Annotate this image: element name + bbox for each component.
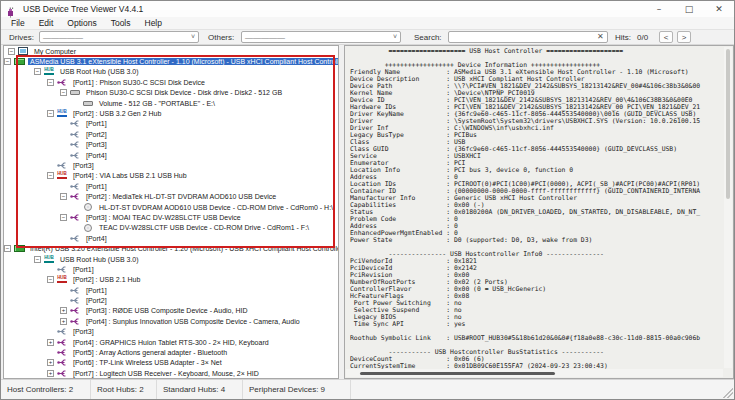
collapse-icon[interactable]: −	[47, 110, 54, 117]
tree-row[interactable]: +[Port3] : RØDE USB Composite Device - A…	[4, 306, 338, 316]
menu-file[interactable]: File	[4, 18, 32, 28]
tree-row[interactable]: [Port5] : Array Actions general adapter …	[4, 347, 338, 357]
expand-icon[interactable]: +	[60, 318, 67, 325]
hits-label: Hits:	[615, 33, 631, 42]
collapse-icon[interactable]: −	[47, 276, 54, 283]
tree-node-label: HL-DT-ST DVDRAM AOD610 USB Device - CD-R…	[97, 204, 335, 211]
tree-row[interactable]: −Intel(R) USB 3.20 eXtensible Host Contr…	[4, 243, 338, 253]
vertical-scrollbar[interactable]	[724, 47, 732, 368]
vertical-scrollbar-thumb[interactable]	[726, 49, 730, 199]
resize-grip[interactable]	[723, 388, 733, 398]
menu-edit[interactable]: Edit	[32, 18, 61, 28]
tree-row[interactable]: −[Port3] : MOAI TEAC DV-W28SLCTF USB Dev…	[4, 212, 338, 222]
tree-row[interactable]: [Port3]	[4, 140, 338, 150]
tree-row[interactable]: −[Port1] : Phison SU30-C SCSI Disk Devic…	[4, 77, 338, 87]
tree-row[interactable]: −My Computer	[4, 46, 338, 56]
prev-hit-button[interactable]: <	[659, 31, 673, 43]
collapse-icon[interactable]: −	[60, 193, 67, 200]
tree-node-label: [Port4]	[84, 235, 109, 242]
expand-icon[interactable]: +	[47, 370, 54, 377]
tree-row[interactable]: −ASMedia USB 3.1 eXtensible Host Control…	[4, 56, 338, 66]
horizontal-scrollbar[interactable]	[346, 369, 723, 377]
expand-icon[interactable]: +	[60, 307, 67, 314]
menu-tools[interactable]: Tools	[104, 18, 138, 28]
device-details-pane[interactable]: ==================== USB Host Controller…	[344, 45, 734, 379]
usb-port-icon	[69, 140, 81, 149]
tree-row[interactable]: [Port1]	[4, 119, 338, 129]
tree-node-label: My Computer	[32, 48, 78, 55]
main-area: −My Computer−ASMedia USB 3.1 eXtensible …	[1, 45, 735, 381]
tree-row[interactable]: [Port1]	[4, 264, 338, 274]
close-button[interactable]: ✕	[704, 1, 734, 17]
tree-node-label: [Port4] : VIA Labs USB 2.1 USB Hub	[71, 172, 189, 179]
collapse-icon[interactable]: −	[34, 256, 41, 263]
tree-row[interactable]: −HUBUSB Root Hub (USB 3.0)	[4, 67, 338, 77]
tree-row[interactable]: [Port2]	[4, 295, 338, 305]
usb-port-icon	[56, 327, 68, 336]
expand-icon[interactable]: +	[47, 359, 54, 366]
menu-help[interactable]: Help	[138, 18, 169, 28]
tree-row[interactable]: [Port3]	[4, 327, 338, 337]
expand-icon[interactable]: +	[47, 339, 54, 346]
usb-device-port-icon	[69, 213, 81, 222]
tree-row[interactable]: [Port1]	[4, 285, 338, 295]
details-line: ==================== USB Host Controller…	[350, 48, 723, 55]
computer-icon	[17, 47, 29, 56]
drives-combobox[interactable]: —————˅	[39, 31, 199, 43]
tree-row[interactable]: +[Port7] : Logitech USB Receiver - Keybo…	[4, 368, 338, 378]
collapse-icon[interactable]: −	[4, 58, 11, 65]
tree-row[interactable]: [Port1]	[4, 181, 338, 191]
maximize-button[interactable]: □	[674, 1, 704, 17]
cdrom-drive-icon	[82, 203, 94, 212]
tree-row[interactable]: +[Port4] : Sunplus Innovation USB Compos…	[4, 316, 338, 326]
tree-row[interactable]: −HUB[Port2] : USB 2.1 Hub	[4, 275, 338, 285]
usb-host-controller-icon	[13, 244, 25, 253]
toolbar: Drives: —————˅ Others: —————˅ Search: ✕ …	[1, 30, 734, 45]
tree-row[interactable]: −HUBUSB Root Hub (USB 3.0)	[4, 254, 338, 264]
tree-row[interactable]: −[Port2] : MediaTek HL-DT-ST DVDRAM AOD6…	[4, 191, 338, 201]
menu-options[interactable]: Options	[60, 18, 103, 28]
clear-search-icon[interactable]: ✕	[597, 32, 604, 41]
tree-row[interactable]: [Port4]	[4, 233, 338, 243]
others-combobox[interactable]: —————˅	[241, 31, 401, 43]
next-hit-button[interactable]: >	[677, 31, 691, 43]
horizontal-scrollbar-thumb[interactable]	[360, 372, 555, 375]
tree-node-label: [Port1]	[84, 120, 109, 127]
tree-row[interactable]: −Phison SU30-C SCSI Disk Device - Disk d…	[4, 88, 338, 98]
app-icon	[6, 4, 17, 15]
title-bar: USB Device Tree Viewer V4.4.1 – □ ✕	[1, 1, 734, 17]
search-input[interactable]	[448, 31, 608, 43]
usb-port-icon	[69, 296, 81, 305]
collapse-icon[interactable]: −	[8, 48, 15, 55]
collapse-icon[interactable]: −	[47, 79, 54, 86]
collapse-icon[interactable]: −	[47, 172, 54, 179]
usb-port-icon	[56, 161, 68, 170]
tree-row[interactable]: HL-DT-ST DVDRAM AOD610 USB Device - CD-R…	[4, 202, 338, 212]
tree-row[interactable]: +[Port4] : GRAPHICS Huion Tablet RTS-300…	[4, 337, 338, 347]
drives-label: Drives:	[9, 33, 34, 42]
collapse-icon[interactable]: −	[60, 214, 67, 221]
usb-port-icon	[69, 119, 81, 128]
tree-node-label: [Port3] : RØDE USB Composite Device - Au…	[84, 307, 249, 314]
tree-node-label: Volume - 512 GB - "PORTABLE" - E:\	[97, 100, 217, 107]
device-tree[interactable]: −My Computer−ASMedia USB 3.1 eXtensible …	[3, 45, 339, 379]
tree-row[interactable]: −HUB[Port4] : VIA Labs USB 2.1 USB Hub	[4, 171, 338, 181]
usb-device-port-icon	[56, 348, 68, 357]
tree-row[interactable]: [Port3]	[4, 160, 338, 170]
app-window: { "window": { "title": "USB Device Tree …	[0, 0, 735, 400]
usb-port-icon	[69, 234, 81, 243]
tree-row[interactable]: TEAC DV-W28SLCTF USB Device - CD-ROM Dri…	[4, 223, 338, 233]
tree-node-label: Intel(R) USB 3.20 eXtensible Host Contro…	[28, 245, 339, 252]
minimize-button[interactable]: –	[644, 1, 674, 17]
collapse-icon[interactable]: −	[34, 68, 41, 75]
tree-row[interactable]: [Port4]	[4, 150, 338, 160]
tree-row[interactable]: +[Port6] : TP-Link Wireless USB Adapter …	[4, 358, 338, 368]
tree-node-label: [Port3] : MOAI TEAC DV-W28SLCTF USB Devi…	[84, 214, 243, 221]
collapse-icon[interactable]: −	[4, 245, 11, 252]
tree-row[interactable]: [Port2]	[4, 129, 338, 139]
tree-row[interactable]: −HUB[Port2] : USB 3.2 Gen 2 Hub	[4, 108, 338, 118]
tree-row[interactable]: Volume - 512 GB - "PORTABLE" - E:\	[4, 98, 338, 108]
tree-node-label: [Port5] : Array Actions general adapter …	[71, 349, 229, 356]
collapse-icon[interactable]: −	[60, 89, 67, 96]
tree-node-label: [Port3]	[84, 141, 109, 148]
